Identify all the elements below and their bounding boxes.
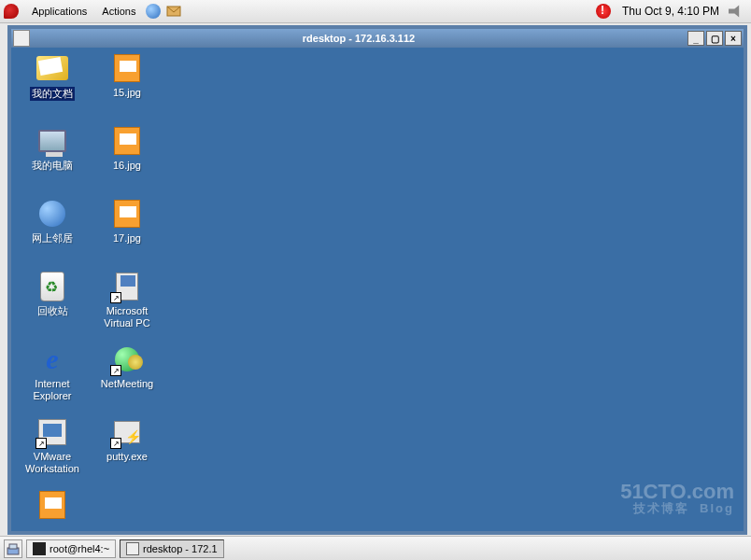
svg-rect-2 <box>9 544 17 549</box>
recycle-icon <box>40 272 64 301</box>
folder-icon <box>36 56 68 80</box>
icon-label: NetMeeting <box>101 378 153 390</box>
icon-label: 我的电脑 <box>32 160 73 172</box>
virtual-pc-icon[interactable]: ↗ Microsoft Virtual PC <box>90 270 164 343</box>
mail-launcher-icon[interactable] <box>165 3 182 20</box>
show-desktop-button[interactable] <box>4 539 22 558</box>
image-extra-icon[interactable] <box>15 488 90 531</box>
shortcut-arrow-icon: ↗ <box>110 365 121 376</box>
image-file-icon <box>39 491 65 519</box>
image-file-icon <box>114 54 140 82</box>
image-17-icon[interactable]: 17.jpg <box>90 197 164 270</box>
icon-label: 回收站 <box>37 305 68 317</box>
watermark-sub: 技术博客 <box>633 501 689 515</box>
icon-label: putty.exe <box>106 451 148 463</box>
vmware-workstation-icon[interactable]: ↗ VMware Workstation <box>15 415 90 488</box>
image-file-icon <box>114 127 140 155</box>
volume-icon[interactable] <box>729 4 744 19</box>
shortcut-arrow-icon: ↗ <box>35 438 47 449</box>
icon-label: 17.jpg <box>113 232 141 245</box>
icon-label: 15.jpg <box>113 87 141 99</box>
ie-icon: e <box>46 343 58 375</box>
maximize-button[interactable]: ▢ <box>706 31 723 46</box>
top-panel: Applications Actions Thu Oct 9, 4:10 PM <box>0 0 751 23</box>
computer-icon <box>38 130 66 152</box>
netmeeting-icon[interactable]: ↗ NetMeeting <box>90 343 164 415</box>
putty-icon[interactable]: ↗ putty.exe <box>90 415 164 488</box>
bottom-panel: root@rhel4:~ rdesktop - 172.1 <box>0 536 751 560</box>
icon-label: VMware Workstation <box>25 451 79 474</box>
image-16-icon[interactable]: 16.jpg <box>90 124 164 197</box>
terminal-icon <box>33 542 46 555</box>
remote-desktop[interactable]: 我的文档 15.jpg 我的电脑 16.jpg 网上邻居 17.jpg <box>11 48 744 531</box>
clock[interactable]: Thu Oct 9, 4:10 PM <box>616 5 725 18</box>
internet-explorer-icon[interactable]: e Internet Explorer <box>15 343 90 415</box>
redhat-icon[interactable] <box>4 4 19 19</box>
shortcut-arrow-icon: ↗ <box>110 438 121 449</box>
image-file-icon <box>114 200 140 228</box>
my-computer-icon[interactable]: 我的电脑 <box>15 124 90 197</box>
recycle-bin-icon[interactable]: 回收站 <box>15 270 90 343</box>
network-places-icon[interactable]: 网上邻居 <box>15 197 90 270</box>
taskbar-label: rdesktop - 172.1 <box>143 543 218 554</box>
icon-label: 我的文档 <box>30 87 75 101</box>
browser-launcher-icon[interactable] <box>145 3 162 20</box>
window-title: rdesktop - 172.16.3.112 <box>30 33 687 44</box>
rdesktop-window: rdesktop - 172.16.3.112 _ ▢ × 我的文档 15.jp… <box>7 25 747 535</box>
globe-icon <box>39 201 65 227</box>
my-documents-icon[interactable]: 我的文档 <box>15 51 90 124</box>
actions-menu[interactable]: Actions <box>94 3 143 20</box>
icon-label: 16.jpg <box>113 160 141 172</box>
taskbar-terminal-button[interactable]: root@rhel4:~ <box>26 539 116 558</box>
icon-label: 网上邻居 <box>32 232 73 245</box>
applications-menu[interactable]: Applications <box>24 3 94 20</box>
window-icon <box>126 542 139 555</box>
icon-label: Internet Explorer <box>34 378 72 401</box>
taskbar-rdesktop-button[interactable]: rdesktop - 172.1 <box>120 539 224 558</box>
close-button[interactable]: × <box>725 31 742 46</box>
watermark-tag: Blog <box>700 501 734 515</box>
titlebar[interactable]: rdesktop - 172.16.3.112 _ ▢ × <box>11 29 744 48</box>
minimize-button[interactable]: _ <box>687 31 704 46</box>
watermark: 51CTO.com 技术博客 Blog <box>620 482 734 514</box>
window-menu-icon[interactable] <box>13 30 30 47</box>
taskbar-label: root@rhel4:~ <box>50 543 109 554</box>
shortcut-arrow-icon: ↗ <box>110 292 121 303</box>
image-15-icon[interactable]: 15.jpg <box>90 51 164 124</box>
alert-icon[interactable] <box>596 4 611 19</box>
icon-label: Microsoft Virtual PC <box>104 305 149 329</box>
watermark-main: 51CTO.com <box>620 482 734 502</box>
